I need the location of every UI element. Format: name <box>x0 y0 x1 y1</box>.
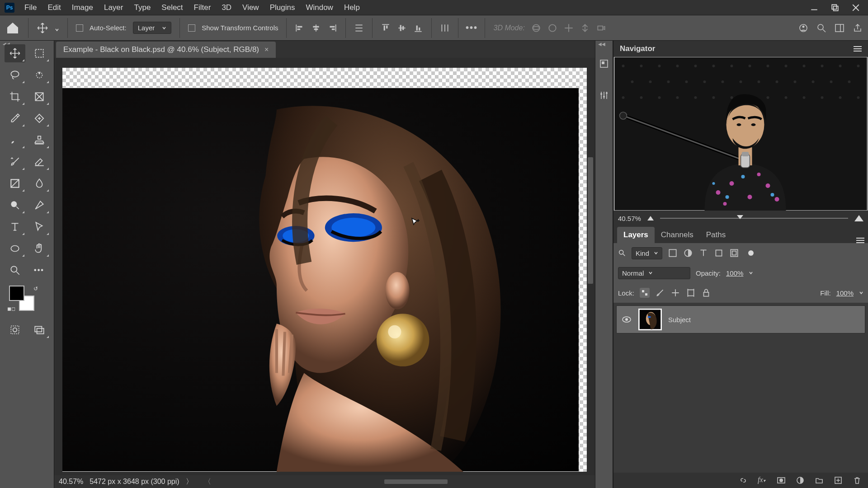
navigator-preview[interactable] <box>613 57 868 211</box>
lock-transparency-icon[interactable] <box>640 288 650 298</box>
frame-tool[interactable] <box>29 88 50 106</box>
window-minimize-icon[interactable] <box>810 4 818 12</box>
expand-dock-icon[interactable]: ◀◀ <box>598 42 605 47</box>
vertical-scrollbar[interactable] <box>587 76 594 457</box>
menu-image[interactable]: Image <box>66 3 99 12</box>
default-colors-icon[interactable]: ◼◻ <box>7 306 15 312</box>
move-tool-icon[interactable] <box>37 22 48 34</box>
zoom-in-icon[interactable] <box>854 215 863 221</box>
filter-type-icon[interactable] <box>698 248 708 258</box>
menu-filter[interactable]: Filter <box>189 3 217 12</box>
path-select-tool[interactable] <box>29 218 50 236</box>
home-button[interactable] <box>5 21 20 35</box>
blend-mode-dropdown[interactable]: Normal <box>618 267 690 279</box>
3d-roll-icon[interactable] <box>547 23 557 33</box>
crop-tool[interactable] <box>5 88 25 106</box>
eraser-tool[interactable] <box>29 153 50 171</box>
edit-toolbar-icon[interactable]: ••• <box>29 261 50 279</box>
zoom-out-icon[interactable] <box>647 216 654 221</box>
document-tab[interactable]: Example - Black on Black.psd @ 40.6% (Su… <box>56 42 276 58</box>
swap-colors-icon[interactable]: ↺ <box>33 286 38 292</box>
layer-row[interactable]: Subject <box>616 305 865 333</box>
window-close-icon[interactable] <box>852 4 860 12</box>
canvas[interactable] <box>62 68 587 472</box>
share-icon[interactable] <box>853 23 863 33</box>
tab-layers[interactable]: Layers <box>617 227 655 243</box>
filter-adjust-icon[interactable] <box>683 248 693 258</box>
foreground-color-swatch[interactable] <box>9 286 24 301</box>
window-maximize-icon[interactable] <box>831 4 839 12</box>
3d-camera-icon[interactable] <box>596 23 606 33</box>
workspace-icon[interactable] <box>835 23 844 33</box>
filter-smart-icon[interactable] <box>729 248 739 258</box>
layer-thumbnail[interactable] <box>638 309 662 330</box>
zoom-tool[interactable] <box>5 261 25 279</box>
stamp-tool[interactable] <box>29 131 50 149</box>
distribute-h-icon[interactable] <box>354 23 364 33</box>
lock-artboard-icon[interactable] <box>686 288 696 298</box>
align-bottom-icon[interactable] <box>413 23 423 33</box>
align-left-icon[interactable] <box>295 23 305 33</box>
3d-pan-icon[interactable] <box>564 23 574 33</box>
history-panel-icon[interactable] <box>599 59 609 69</box>
link-layers-icon[interactable] <box>739 476 748 485</box>
eyedropper-tool[interactable] <box>5 109 25 127</box>
menu-select[interactable]: Select <box>156 3 188 12</box>
fill-chevron-icon[interactable] <box>859 291 863 295</box>
align-right-icon[interactable] <box>327 23 337 33</box>
status-chevron-icon[interactable]: 〉 <box>186 477 193 487</box>
layer-filter-dropdown[interactable]: Kind <box>632 247 662 259</box>
distribute-v-icon[interactable] <box>440 23 450 33</box>
marquee-tool[interactable] <box>29 44 50 62</box>
history-brush-tool[interactable] <box>5 153 25 171</box>
align-vcenter-icon[interactable] <box>397 23 407 33</box>
opacity-value[interactable]: 100% <box>726 269 743 277</box>
navigator-zoom-value[interactable]: 40.57% <box>618 215 641 222</box>
align-top-icon[interactable] <box>381 23 391 33</box>
close-document-icon[interactable]: × <box>264 46 269 54</box>
menu-plugins[interactable]: Plugins <box>264 3 301 12</box>
cloud-docs-icon[interactable] <box>798 23 808 33</box>
menu-type[interactable]: Type <box>128 3 156 12</box>
shape-tool[interactable] <box>5 239 25 258</box>
adjustment-layer-icon[interactable] <box>796 476 805 485</box>
fill-value[interactable]: 100% <box>836 289 854 297</box>
menu-help[interactable]: Help <box>339 3 365 12</box>
menu-edit[interactable]: Edit <box>42 3 66 12</box>
navigator-menu-icon[interactable] <box>854 46 862 52</box>
more-options-icon[interactable]: ••• <box>467 23 476 33</box>
menu-3d[interactable]: 3D <box>216 3 237 12</box>
status-zoom[interactable]: 40.57% <box>59 478 83 486</box>
pen-tool[interactable] <box>29 196 50 214</box>
layer-search-icon[interactable] <box>618 249 626 257</box>
dodge-tool[interactable] <box>5 196 25 214</box>
add-mask-icon[interactable] <box>777 476 786 485</box>
hand-tool[interactable] <box>29 239 50 258</box>
visibility-toggle-icon[interactable] <box>621 314 632 325</box>
app-icon[interactable]: Ps <box>5 3 14 13</box>
layer-style-icon[interactable]: fx▾ <box>758 476 767 485</box>
new-layer-icon[interactable] <box>834 476 843 485</box>
lock-paint-icon[interactable] <box>655 288 665 298</box>
filter-pixel-icon[interactable] <box>668 248 678 258</box>
delete-layer-icon[interactable] <box>853 476 862 485</box>
search-icon[interactable] <box>816 23 826 33</box>
brush-tool[interactable] <box>5 131 25 149</box>
menu-layer[interactable]: Layer <box>99 3 129 12</box>
menu-window[interactable]: Window <box>300 3 338 12</box>
group-layers-icon[interactable] <box>815 476 824 485</box>
tab-paths[interactable]: Paths <box>700 227 732 243</box>
quick-mask-icon[interactable] <box>5 321 25 339</box>
auto-select-checkbox[interactable] <box>76 24 83 32</box>
menu-view[interactable]: View <box>237 3 264 12</box>
lock-position-icon[interactable] <box>670 288 680 298</box>
show-transform-checkbox[interactable] <box>188 24 195 32</box>
layer-content[interactable] <box>62 88 579 472</box>
auto-select-target-dropdown[interactable]: Layer <box>133 22 172 34</box>
horizontal-scrollbar[interactable] <box>384 479 448 484</box>
move-tool[interactable] <box>5 44 25 62</box>
type-tool[interactable] <box>5 218 25 236</box>
adjustments-panel-icon[interactable] <box>599 90 609 100</box>
color-swatches[interactable]: ↺ ◼◻ <box>9 286 34 311</box>
layers-menu-icon[interactable] <box>856 238 864 243</box>
